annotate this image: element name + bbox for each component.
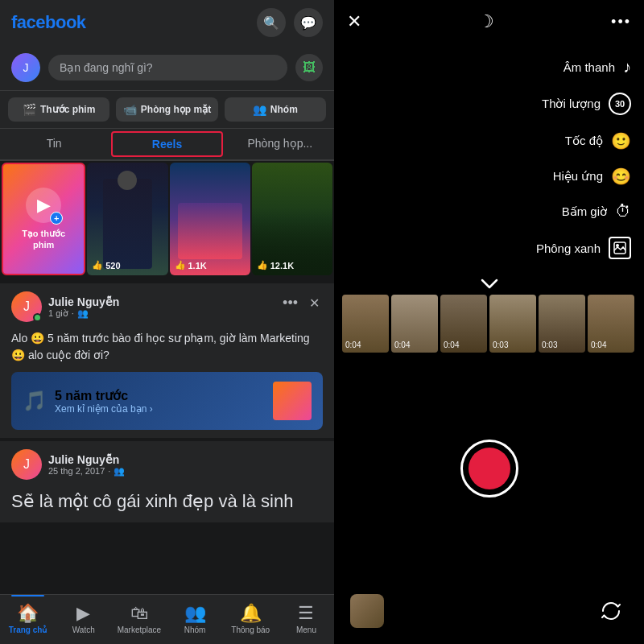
messenger-button[interactable]: 💬 [294,8,323,37]
nav-trang-chu[interactable]: 🏠 Trang chủ [0,600,56,638]
home-icon: 🏠 [17,603,39,624]
clip-thumb-6[interactable]: 0:04 [588,295,634,353]
notifications-icon: 🔔 [240,603,262,624]
clip-thumb-1[interactable]: 0:04 [342,295,389,353]
avatar-image: J [11,53,40,82]
nav-thong-bao[interactable]: 🔔 Thông báo [223,600,279,638]
phong-hop-mat-button[interactable]: 📹 Phòng họp mặt [116,97,217,122]
fb-logo: facebook [11,12,86,33]
bam-gio-icon: ⏱ [615,202,631,221]
nav-label-nhom: Nhóm [184,625,206,634]
photo-upload-button[interactable]: 🖼 [295,54,323,81]
reel-item-3[interactable]: 👍 12.1K [252,163,332,275]
post-username-2: Julie Nguyễn [48,453,125,466]
phong-hop-mat-label: Phòng họp mặt [141,104,211,115]
setting-toc-do[interactable]: Tốc độ 🙂 [347,123,631,159]
setting-thoi-luong[interactable]: Thời lượng 30 [347,85,631,123]
post-meta-2: 25 thg 2, 2017 · 👥 [48,466,125,477]
post-header-2: J Julie Nguyễn 25 thg 2, 2017 · 👥 [0,441,334,485]
clip-duration-6: 0:04 [591,341,606,349]
tab-phong-hop[interactable]: Phòng họp... [226,129,334,159]
nav-nhom[interactable]: 👥 Nhóm [167,600,223,638]
bottom-nav: 🏠 Trang chủ ▶ Watch 🛍 Marketplace 👥 Nhóm… [0,594,334,644]
hieu-ung-icon: 😊 [611,167,631,186]
post-close-button-1[interactable]: ✕ [306,292,323,314]
record-button[interactable] [460,440,518,497]
search-button[interactable]: 🔍 [257,8,286,37]
thuoc-phim-button[interactable]: 🎬 Thước phim [8,97,109,122]
camera-close-button[interactable]: ✕ [347,11,361,32]
nav-marketplace[interactable]: 🛍 Marketplace [111,600,167,638]
create-post-bar: J Bạn đang nghĩ gì? 🖼 [0,45,334,91]
clip-strip: 0:04 0:04 0:04 0:03 0:03 0:04 [334,295,644,353]
privacy-icon-1: 👥 [77,308,89,319]
clip-thumb-3[interactable]: 0:04 [440,295,487,353]
setting-hieu-ung[interactable]: Hiệu ứng 😊 [347,159,631,194]
privacy-icon-2: 👥 [114,466,125,477]
nav-label-thong-bao: Thông báo [231,625,270,634]
post-more-button-1[interactable]: ••• [279,291,301,315]
memory-text-block: 5 năm trước Xem kỉ niệm của bạn › [55,388,153,415]
nhom-label: Nhóm [270,104,298,115]
am-thanh-icon: ♪ [623,58,631,76]
camera-moon-icon[interactable]: ☽ [478,11,494,32]
post-content-2: Sẽ là một cô gái xinh đẹp và là sinh [0,485,334,522]
memory-thumbnail [273,382,312,420]
post-user-details-1: Julie Nguyễn 1 giờ · 👥 [48,295,119,319]
setting-am-thanh[interactable]: Âm thanh ♪ [347,50,631,85]
post-input[interactable]: Bạn đang nghĩ gì? [48,55,287,80]
nav-label-watch: Watch [72,625,95,634]
memory-subtitle[interactable]: Xem kỉ niệm của bạn › [55,403,153,415]
gallery-button[interactable] [350,594,384,628]
thoi-luong-label: Thời lượng [542,97,601,111]
clip-duration-2: 0:04 [394,341,410,349]
active-indicator [11,595,45,597]
record-area [334,353,644,584]
reel-thumbnail-3 [252,163,332,275]
post-avatar-1: J [11,291,42,322]
bam-gio-label: Bấm giờ [562,204,607,219]
reel-like-count-3: 👍 12.1K [257,260,294,270]
gallery-thumbnail [350,594,384,628]
nhom-button[interactable]: 👥 Nhóm [225,97,326,122]
setting-bam-gio[interactable]: Bấm giờ ⏱ [347,194,631,229]
plus-badge: + [50,212,63,225]
hieu-ung-label: Hiệu ứng [553,169,603,184]
camera-panel: ✕ ☽ ••• Âm thanh ♪ Thời lượng 30 Tốc độ … [334,0,644,644]
reel-thumbnail-1 [87,163,167,275]
reel-like-count-1: 👍 520 [92,260,120,270]
post-username-1: Julie Nguyễn [48,295,119,308]
memory-left: 🎵 5 năm trước Xem kỉ niệm của bạn › [23,388,153,415]
setting-phong-xanh[interactable]: Phông xanh [347,229,631,267]
reel-like-count-2: 👍 1.1K [175,260,207,270]
post-meta-1: 1 giờ · 👥 [48,308,119,319]
camera-bottom-bar [334,584,644,644]
clip-thumb-5[interactable]: 0:03 [539,295,585,353]
create-reel-button[interactable]: ▶ + Tạo thướcphim [2,163,85,275]
post-header-1: J Julie Nguyễn 1 giờ · 👥 ••• ✕ [0,283,334,327]
post-card-1: J Julie Nguyễn 1 giờ · 👥 ••• ✕ Alo 😀 [0,283,334,438]
watch-icon: ▶ [76,603,90,624]
expand-button[interactable] [334,274,644,295]
groups-icon: 👥 [184,603,206,624]
post-user-details-2: Julie Nguyễn 25 thg 2, 2017 · 👥 [48,453,125,477]
memory-icon: 🎵 [23,390,47,412]
tab-tin[interactable]: Tin [0,129,108,159]
toc-do-label: Tốc độ [565,134,603,148]
tab-reels[interactable]: Reels [111,131,222,157]
camera-more-button[interactable]: ••• [611,14,631,31]
video-call-icon: 📹 [123,103,137,116]
clip-thumb-2[interactable]: 0:04 [391,295,438,353]
reel-item-1[interactable]: 👍 520 [87,163,167,275]
nav-menu[interactable]: ☰ Menu [279,600,334,638]
clip-thumb-4[interactable]: 0:03 [489,295,536,353]
reel-item-2[interactable]: 👍 1.1K [170,163,250,275]
record-btn-inner [469,448,510,489]
memory-banner[interactable]: 🎵 5 năm trước Xem kỉ niệm của bạn › [11,372,323,430]
reels-grid: ▶ + Tạo thướcphim 👍 520 👍 1.1K [0,161,334,277]
user-avatar: J [11,53,40,82]
menu-icon: ☰ [298,603,314,624]
reel-thumbnail-2 [170,163,250,275]
nav-watch[interactable]: ▶ Watch [56,600,111,638]
flip-camera-button[interactable] [594,594,628,628]
